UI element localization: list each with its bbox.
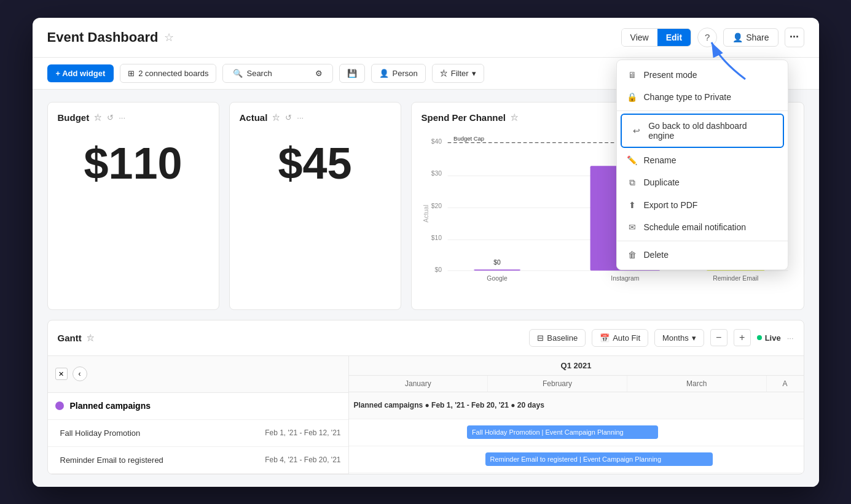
chart-widget-title: Spend Per Channel bbox=[422, 112, 506, 123]
gantt-bar-fall-label: Fall Holiday Promotion | Event Campaign … bbox=[472, 428, 624, 436]
group-dot-icon bbox=[55, 401, 64, 410]
email-icon: ✉ bbox=[627, 222, 638, 232]
menu-label-go-back: Go back to old dashboard engine bbox=[648, 121, 772, 141]
svg-text:Google: Google bbox=[487, 274, 508, 281]
filter-icon-gantt[interactable]: ⛥ bbox=[87, 333, 95, 343]
menu-divider-2 bbox=[617, 241, 788, 241]
svg-text:Actual: Actual bbox=[423, 204, 429, 222]
export-icon: ⬆ bbox=[627, 200, 638, 210]
more-icon-gantt[interactable]: ··· bbox=[787, 333, 794, 343]
table-icon: ⊞ bbox=[128, 69, 135, 78]
star-icon[interactable]: ☆ bbox=[164, 31, 174, 44]
filter-icon-chart[interactable]: ⛥ bbox=[511, 113, 519, 122]
gantt-right-panel: Q1 2021 January February March A Planned… bbox=[349, 356, 804, 474]
menu-item-change-type[interactable]: 🔒 Change type to Private bbox=[617, 86, 788, 108]
live-badge: Live bbox=[757, 333, 781, 343]
svg-text:$20: $20 bbox=[431, 202, 442, 209]
person-icon: 👤 bbox=[379, 69, 389, 78]
zoom-in-button[interactable]: + bbox=[734, 329, 751, 346]
save-button[interactable]: 💾 bbox=[339, 64, 365, 83]
gantt-bar-row-2: Reminder Email to registered | Event Cam… bbox=[349, 446, 804, 473]
gantt-widget: Gantt ⛥ ⊟ Baseline 📅 Auto Fit Months ▾ bbox=[47, 320, 804, 475]
app-container: Event Dashboard ☆ View Edit ? 👤 Share ··… bbox=[33, 18, 819, 487]
gantt-title-group: Gantt ⛥ bbox=[58, 333, 95, 343]
months-dropdown[interactable]: Months ▾ bbox=[654, 329, 704, 347]
menu-label-present-mode: Present mode bbox=[644, 70, 697, 80]
nav-left-button[interactable]: ‹ bbox=[73, 366, 87, 381]
menu-item-delete[interactable]: 🗑 Delete bbox=[617, 244, 788, 266]
gantt-group-timeline-row: Planned campaigns ● Feb 1, '21 - Feb 20,… bbox=[349, 392, 804, 419]
add-widget-button[interactable]: + Add widget bbox=[47, 64, 114, 82]
gantt-group-row: Planned campaigns bbox=[48, 393, 348, 420]
svg-text:$0: $0 bbox=[434, 266, 442, 273]
gantt-body: ✕ ‹ Planned campaigns Fall Holiday Promo… bbox=[48, 356, 804, 474]
budget-widget: Budget ⛥ ↺ ··· $110 bbox=[47, 102, 219, 310]
svg-rect-12 bbox=[474, 269, 520, 270]
month-january: January bbox=[349, 376, 488, 392]
auto-fit-button[interactable]: 📅 Auto Fit bbox=[592, 329, 648, 347]
budget-widget-title: Budget bbox=[58, 112, 90, 123]
search-button[interactable]: 🔍 Search ⚙ bbox=[222, 64, 333, 83]
dropdown-menu: 🖥 Present mode 🔒 Change type to Private … bbox=[616, 60, 788, 270]
month-march: March bbox=[627, 376, 767, 392]
collapse-button[interactable]: ✕ bbox=[55, 368, 68, 380]
menu-label-duplicate: Duplicate bbox=[644, 177, 680, 187]
header-left: Event Dashboard ☆ bbox=[47, 29, 175, 45]
gantt-sub-row-2: Reminder Email to registered Feb 4, '21 … bbox=[48, 447, 348, 474]
menu-item-go-back[interactable]: ↩ Go back to old dashboard engine bbox=[621, 114, 784, 148]
menu-item-schedule-email[interactable]: ✉ Schedule email notification bbox=[617, 216, 788, 238]
chevron-down-icon: ▾ bbox=[472, 69, 476, 78]
menu-label-change-type: Change type to Private bbox=[644, 92, 731, 102]
svg-text:$30: $30 bbox=[431, 170, 442, 177]
svg-text:Reminder Email: Reminder Email bbox=[713, 274, 758, 281]
gantt-sub-row-1: Fall Holiday Promotion Feb 1, '21 - Feb … bbox=[48, 420, 348, 447]
filter-icon: ⚙ bbox=[315, 69, 323, 78]
gantt-quarter-row: Q1 2021 bbox=[349, 356, 804, 376]
menu-divider-1 bbox=[617, 110, 788, 111]
edit-button[interactable]: Edit bbox=[657, 29, 691, 46]
svg-text:$10: $10 bbox=[431, 234, 442, 241]
filter-icon-actual[interactable]: ⛥ bbox=[272, 113, 280, 122]
actual-value: $45 bbox=[240, 141, 391, 185]
gantt-bar-reminder-label: Reminder Email to registered | Event Cam… bbox=[490, 456, 662, 463]
connected-boards-button[interactable]: ⊞ 2 connected boards bbox=[120, 64, 216, 83]
sub-row-2-label: Reminder Email to registered bbox=[60, 456, 259, 465]
gantt-title: Gantt bbox=[58, 333, 82, 343]
actual-widget-title: Actual bbox=[240, 112, 268, 123]
filter-button[interactable]: ⛥ Filter ▾ bbox=[432, 64, 484, 83]
actual-widget-header: Actual ⛥ ↺ ··· bbox=[240, 112, 391, 123]
gantt-controls: ⊟ Baseline 📅 Auto Fit Months ▾ − + bbox=[529, 329, 793, 347]
menu-item-duplicate[interactable]: ⧉ Duplicate bbox=[617, 171, 788, 194]
svg-text:Instagram: Instagram bbox=[611, 274, 639, 281]
svg-text:Budget Cap: Budget Cap bbox=[453, 134, 484, 141]
baseline-button[interactable]: ⊟ Baseline bbox=[529, 329, 586, 347]
svg-text:$40: $40 bbox=[431, 138, 442, 145]
month-extra: A bbox=[767, 376, 804, 392]
gantt-group-timeline-label: Planned campaigns ● Feb 1, '21 - Feb 20,… bbox=[349, 392, 804, 419]
refresh-icon-actual[interactable]: ↺ bbox=[285, 113, 292, 122]
more-options-button[interactable]: ··· bbox=[785, 28, 804, 47]
person-filter-button[interactable]: 👤 Person bbox=[371, 64, 425, 83]
filter-icon-budget[interactable]: ⛥ bbox=[94, 113, 102, 122]
view-button[interactable]: View bbox=[622, 29, 657, 46]
menu-item-export-pdf[interactable]: ⬆ Export to PDF bbox=[617, 194, 788, 216]
duplicate-icon: ⧉ bbox=[627, 177, 638, 188]
rename-icon: ✏️ bbox=[627, 155, 638, 165]
more-icon-budget[interactable]: ··· bbox=[119, 113, 125, 122]
quarter-label: Q1 2021 bbox=[561, 361, 592, 370]
more-icon-actual[interactable]: ··· bbox=[297, 113, 304, 122]
gantt-bar-fall[interactable]: Fall Holiday Promotion | Event Campaign … bbox=[467, 425, 658, 439]
zoom-out-button[interactable]: − bbox=[710, 329, 727, 346]
gantt-bar-reminder[interactable]: Reminder Email to registered | Event Cam… bbox=[485, 452, 713, 466]
present-mode-icon: 🖥 bbox=[627, 70, 638, 80]
search-icon: 🔍 bbox=[233, 69, 243, 78]
menu-label-delete: Delete bbox=[644, 250, 669, 260]
baseline-icon: ⊟ bbox=[537, 333, 544, 343]
refresh-icon-budget[interactable]: ↺ bbox=[107, 113, 114, 122]
gantt-bar-row-1: Fall Holiday Promotion | Event Campaign … bbox=[349, 419, 804, 446]
budget-value: $110 bbox=[58, 141, 209, 185]
menu-item-rename[interactable]: ✏️ Rename bbox=[617, 149, 788, 171]
group-row-label: Planned campaigns bbox=[70, 401, 341, 411]
sub-row-1-label: Fall Holiday Promotion bbox=[60, 428, 259, 438]
dashboard-title: Event Dashboard bbox=[47, 29, 159, 45]
